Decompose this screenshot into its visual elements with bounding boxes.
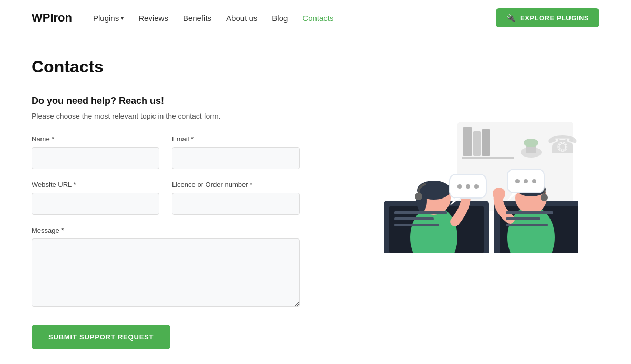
site-logo[interactable]: WPIron: [32, 11, 72, 25]
nav-about[interactable]: About us: [226, 14, 257, 23]
svg-point-37: [515, 179, 520, 183]
explore-plugins-button[interactable]: 🔌 EXPLORE PLUGINS: [496, 8, 599, 27]
email-group: Email *: [172, 135, 300, 169]
message-group: Message *: [32, 226, 300, 309]
svg-rect-43: [394, 224, 439, 226]
website-label: Website URL *: [32, 181, 159, 189]
nav-blog[interactable]: Blog: [272, 14, 288, 23]
nav-reviews[interactable]: Reviews: [138, 14, 168, 23]
chevron-down-icon: ▾: [121, 15, 124, 21]
svg-rect-45: [506, 217, 540, 220]
svg-point-33: [541, 194, 548, 201]
svg-point-38: [524, 179, 528, 183]
message-textarea[interactable]: [32, 238, 300, 307]
email-label: Email *: [172, 135, 300, 143]
svg-point-29: [474, 184, 479, 189]
name-email-row: Name * Email *: [32, 135, 300, 169]
svg-text:☎: ☎: [547, 131, 578, 159]
form-subheading: Please choose the most relevant topic in…: [32, 112, 300, 120]
svg-point-23: [415, 193, 422, 200]
svg-rect-44: [506, 211, 553, 214]
contact-form-section: Do you need help? Reach us! Please choos…: [32, 96, 300, 349]
main-content: Contacts Do you need help? Reach us! Ple…: [0, 36, 631, 364]
plug-icon: 🔌: [506, 14, 516, 22]
site-header: WPIron Plugins ▾ Reviews Benefits About …: [0, 0, 631, 36]
nav-contacts[interactable]: Contacts: [302, 14, 333, 23]
licence-group: Licence or Order number *: [172, 181, 300, 215]
page-title: Contacts: [32, 57, 599, 77]
nav-plugins[interactable]: Plugins ▾: [93, 14, 124, 23]
svg-point-7: [524, 139, 538, 147]
svg-rect-4: [462, 157, 514, 159]
svg-rect-41: [394, 211, 447, 214]
svg-rect-1: [463, 127, 472, 156]
name-label: Name *: [32, 135, 159, 143]
svg-point-34: [493, 188, 505, 200]
submit-support-button[interactable]: SUBMIT SUPPORT REQUEST: [32, 325, 170, 349]
svg-rect-42: [394, 217, 434, 220]
illustration-section: ☎: [331, 96, 599, 253]
form-heading: Do you need help? Reach us!: [32, 96, 300, 107]
svg-rect-2: [473, 131, 481, 156]
name-group: Name *: [32, 135, 159, 169]
svg-point-28: [466, 184, 470, 189]
licence-input[interactable]: [172, 193, 300, 215]
email-input[interactable]: [172, 147, 300, 169]
licence-label: Licence or Order number *: [172, 181, 300, 189]
svg-point-39: [532, 179, 536, 183]
main-nav: Plugins ▾ Reviews Benefits About us Blog…: [93, 14, 496, 23]
name-input[interactable]: [32, 147, 159, 169]
website-input[interactable]: [32, 193, 159, 215]
svg-point-27: [457, 184, 462, 189]
website-licence-row: Website URL * Licence or Order number *: [32, 181, 300, 215]
nav-benefits[interactable]: Benefits: [183, 14, 211, 23]
contact-illustration: ☎: [352, 106, 578, 253]
svg-rect-3: [482, 129, 490, 156]
content-wrapper: Do you need help? Reach us! Please choos…: [32, 96, 599, 349]
svg-rect-46: [506, 224, 548, 226]
message-label: Message *: [32, 226, 300, 234]
website-group: Website URL *: [32, 181, 159, 215]
